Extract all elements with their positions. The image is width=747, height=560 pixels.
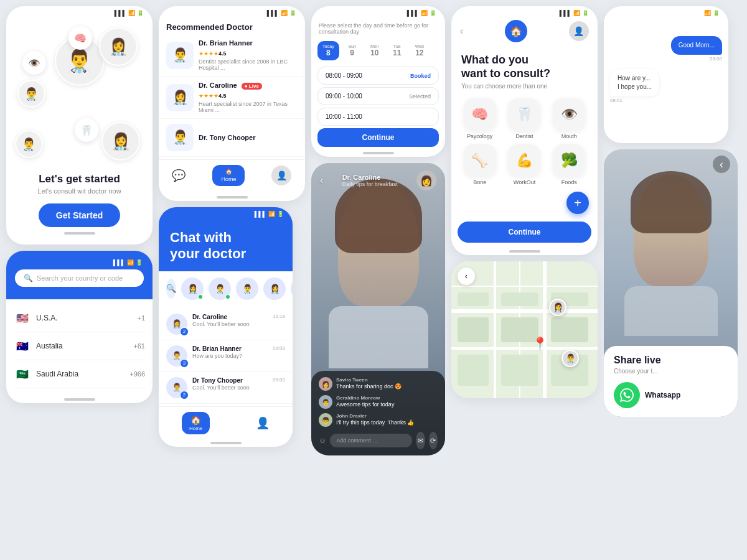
back-button-video[interactable]: ‹ (320, 175, 323, 186)
cm-text-john: I'll try this tips today. Thanks 👍 (336, 419, 414, 426)
get-started-button[interactable]: Get Started (39, 203, 120, 227)
doctor-info-caroline: Dr. Caroline ● Live ★★★★4.5 Heart specia… (199, 82, 298, 113)
map-grid-svg (451, 261, 598, 398)
day-tab-mon[interactable]: Mon 10 (365, 41, 384, 60)
share-top-nav: ‹ (604, 149, 738, 179)
day-tab-wed[interactable]: Wed 12 (410, 41, 429, 60)
home-indicator-schedule (363, 152, 394, 154)
chat-item-tony[interactable]: 👨‍⚕️2 Dr Tony Chooper 08:00 Cool. You'll… (159, 372, 293, 404)
map-back-button[interactable]: ‹ (458, 268, 475, 285)
doctor-row-brian[interactable]: 👨‍⚕️ Dr. Brian Hanner ★★★★4.5 Dentist sp… (159, 34, 305, 77)
chat-name-caroline: Dr. Caroline (192, 314, 227, 320)
stars-brian: ★★★★ (199, 50, 218, 57)
doctor-row-caroline[interactable]: 👩‍⚕️ Dr. Caroline ● Live ★★★★4.5 Heart s… (159, 77, 305, 119)
chat-search-icon[interactable]: 🔍 (166, 279, 176, 299)
time-slot-3[interactable]: 10:00 - 11:00 (317, 108, 439, 126)
day-tab-sun[interactable]: Sun 9 (343, 41, 362, 60)
status-bar-chat: ▌▌▌ 📶 🔋 (159, 207, 293, 218)
profile-avatar-doctors[interactable]: 👤 (271, 166, 291, 185)
svg-rect-7 (458, 292, 489, 306)
time-slot-2[interactable]: 09:00 - 10:00 Selected (317, 87, 439, 105)
doctor-thumb-tony: 👨‍⚕️ (166, 124, 194, 151)
consult-title-area: What do youwant to consult? You can choo… (451, 45, 598, 92)
consult-icon-dentist: 🦷 (508, 98, 540, 131)
add-consult-button[interactable]: + (566, 192, 589, 214)
consult-label-foods: Foods (561, 179, 577, 185)
cm-text-geraldino: Awesome tips for today (336, 401, 394, 408)
comment-input-field[interactable] (330, 434, 412, 447)
consult-label-workout: WorkOut (514, 179, 535, 185)
map-avatar-1: 👩‍⚕️ (549, 299, 566, 316)
share-back-icon[interactable]: ‹ (713, 156, 730, 173)
chat-avatar-4[interactable]: 👩‍⚕️ (263, 278, 286, 300)
consult-label-mouth: Mouth (561, 133, 577, 139)
eye-icon-bubble: 👁️ (22, 51, 46, 75)
home-label-doctors: Home (221, 176, 236, 182)
chat-time-brian: 08:08 (273, 345, 285, 352)
status-icons-country: ▌▌▌ 📶 🔋 (113, 259, 143, 266)
day-label-today: Today (322, 44, 334, 49)
recommended-section-title: Recommended Doctor (159, 17, 305, 34)
time-slot-1[interactable]: 08:00 - 09:00 Booked (317, 67, 439, 85)
doctor-avatar-small-left: 👨‍⚕️ (17, 80, 45, 108)
chat-item-caroline[interactable]: 👩‍⚕️2 Dr. Caroline 12:18 Cool. You'll be… (159, 309, 293, 340)
day-label-sun: Sun (348, 44, 355, 49)
continue-slot-label: Continue (362, 133, 395, 142)
day-tab-tue[interactable]: Tue 11 (388, 41, 406, 60)
status-bar-chat-right: 📶 🔋 (604, 6, 728, 17)
consult-profile-avatar[interactable]: 👤 (569, 21, 589, 41)
stars-val-caroline: 4.5 (218, 93, 227, 99)
home-nav-button-doctors[interactable]: 🏠 Home (212, 165, 245, 186)
status-icons-schedule: ▌▌▌ 📶 🔋 (407, 10, 436, 16)
cm-avatar-geraldino: 👨 (319, 395, 332, 409)
chat-avatar-5[interactable]: 👨‍⚕️ (291, 278, 293, 300)
consult-options-grid: 🧠 Psycology 🦷 Dentist 👁️ Mouth 🦴 Bone 💪 … (451, 92, 598, 192)
doctor-row-tony[interactable]: 👨‍⚕️ Dr. Tony Chooper (159, 119, 305, 157)
chat-avatar-2[interactable]: 👨‍⚕️ (209, 278, 231, 300)
country-name-usa: U.S.A. (36, 314, 58, 322)
chat-nav-icon[interactable]: 💬 (172, 169, 186, 182)
day-tab-today[interactable]: Today 8 (317, 41, 339, 60)
consult-icon-bone: 🦴 (464, 144, 496, 177)
home-nav-chat[interactable]: 🏠 Home (182, 412, 210, 434)
share-icon-btn[interactable]: ⟳ (429, 432, 438, 449)
country-item-australia[interactable]: 🇦🇺 Austalia +61 (14, 332, 145, 360)
country-item-saudi[interactable]: 🇸🇦 Saudi Arabia +966 (14, 360, 145, 388)
card-chat-messages-right: 📶 🔋 Good Morn... 08:00 How are y...I hop… (604, 6, 728, 143)
consult-item-workout[interactable]: 💪 WorkOut (505, 144, 545, 185)
doctor-thumb-caroline: 👩‍⚕️ (166, 84, 194, 111)
consult-item-psycology[interactable]: 🧠 Psycology (460, 98, 500, 139)
search-icon-country: 🔍 (24, 274, 33, 282)
slot-time-3: 10:00 - 11:00 (326, 113, 362, 120)
chat-time-tony: 08:00 (273, 377, 285, 384)
consult-item-bone[interactable]: 🦴 Bone (460, 144, 500, 185)
card-schedule: ▌▌▌ 📶 🔋 Please select the day and time b… (311, 6, 445, 157)
country-search-box[interactable]: 🔍 Search your country or code (15, 269, 144, 287)
chat-item-brian[interactable]: 👨‍⚕️3 Dr. Brian Hanner 08:08 How are you… (159, 340, 293, 372)
battery-chat: 🔋 (277, 211, 284, 217)
chat-msg-caroline: Cool. You'll better soon (192, 321, 285, 327)
time-slot-continue[interactable]: Continue (317, 128, 439, 147)
consult-item-dentist[interactable]: 🦷 Dentist (505, 98, 545, 139)
doctor-info-tony: Dr. Tony Chooper (199, 134, 255, 141)
consult-main-title: What do youwant to consult? (461, 54, 588, 80)
get-started-subtitle: Let's consult wit doctor now (6, 187, 153, 195)
email-icon-btn[interactable]: ✉ (416, 432, 425, 449)
home-indicator-doctors (217, 196, 248, 198)
whatsapp-share-option[interactable]: Whatsapp (614, 382, 728, 408)
slot-time-1: 08:00 - 09:00 (326, 72, 362, 79)
consult-item-foods[interactable]: 🥦 Foods (549, 144, 589, 185)
consult-item-mouth[interactable]: 👁️ Mouth (549, 98, 589, 139)
doctor-thumb-brian: 👨‍⚕️ (166, 42, 194, 69)
home-indicator-consult (509, 250, 540, 253)
msg-time-right-1: 08:00 (710, 56, 722, 62)
video-overlay: ‹ Dr. Caroline Daily tips for breakfast … (311, 163, 445, 455)
chat-avatar-1[interactable]: 👩‍⚕️ (181, 278, 204, 300)
chat-avatar-3[interactable]: 👨‍⚕️ (236, 278, 258, 300)
country-item-usa[interactable]: 🇺🇸 U.S.A. +1 (14, 304, 145, 332)
profile-nav-chat[interactable]: 👤 (256, 416, 270, 430)
video-bottom-section: 👩 Savira Tween Thanks for sharing doc 😍 … (311, 371, 445, 455)
consult-back-icon[interactable]: ‹ (460, 26, 463, 37)
flag-usa: 🇺🇸 (14, 309, 31, 327)
consult-continue-button[interactable]: Continue (458, 222, 591, 243)
